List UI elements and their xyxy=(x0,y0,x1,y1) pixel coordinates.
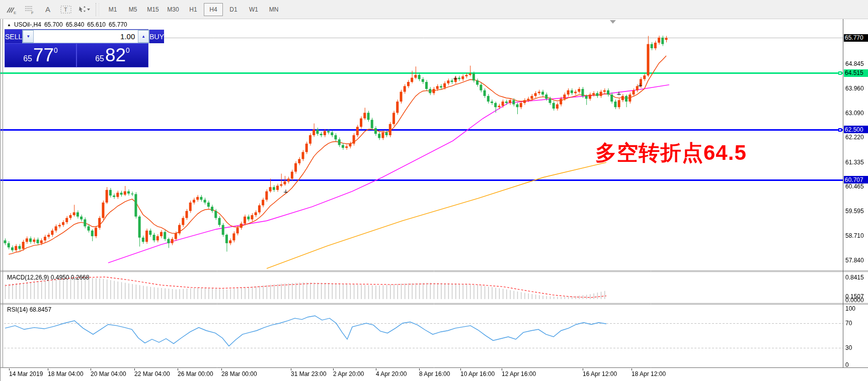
buy-button[interactable]: BUY xyxy=(149,30,164,43)
mt4-terminal: E F A T xyxy=(0,0,868,381)
time-label: 26 Mar 00:00 xyxy=(178,370,213,377)
toolbar-icon-group: E F A T xyxy=(0,3,92,16)
time-label: 12 Apr 16:00 xyxy=(502,370,536,377)
price-badge-60.707: 60.707 xyxy=(844,176,868,183)
sell-price-display[interactable]: 65 77 0 xyxy=(5,44,76,67)
buy-price-small: 65 xyxy=(95,54,104,67)
price-tick-63.090: 63.090 xyxy=(845,110,864,117)
svg-text:F: F xyxy=(31,11,34,15)
price-tick-60.465: 60.465 xyxy=(845,183,864,190)
top-toolbar: E F A T xyxy=(0,0,868,19)
time-label: 4 Apr 20:00 xyxy=(376,370,407,377)
macd-title: MACD(12,26,9) 0.4950 0.2668 xyxy=(7,274,89,281)
time-label: 22 Mar 04:00 xyxy=(134,370,170,377)
buy-price-sup: 0 xyxy=(126,44,130,54)
timeframe-button-h1[interactable]: H1 xyxy=(184,3,203,16)
sell-price-small: 65 xyxy=(23,54,32,67)
cursor-tools-icon[interactable] xyxy=(76,3,92,16)
time-label: 8 Apr 16:00 xyxy=(419,370,450,377)
ohlc-low: 65.610 xyxy=(87,21,106,28)
time-label: 16 Apr 12:00 xyxy=(583,370,617,377)
time-label: 18 Mar 04:00 xyxy=(48,370,84,377)
expert-advisor-chart-icon[interactable]: E xyxy=(4,3,19,16)
rsi-label-100: 100 xyxy=(845,305,855,312)
ohlc-open: 65.700 xyxy=(44,21,63,28)
volume-increase-button[interactable]: ▲ xyxy=(138,30,149,43)
rsi-title: RSI(14) 68.8457 xyxy=(7,306,51,313)
macd-label-0.8415: 0.8415 xyxy=(845,274,864,281)
symbol-arrow-icon: ▲ xyxy=(7,23,11,27)
timeframe-toolbar: M1M5M15M30H1H4D1W1MN xyxy=(103,3,283,16)
svg-text:E: E xyxy=(14,11,16,15)
time-label: 20 Mar 04:00 xyxy=(91,370,126,377)
one-click-trading-panel: SELL ▼ ▲ BUY 65 77 0 65 82 0 xyxy=(5,29,148,67)
price-tick-64.845: 64.845 xyxy=(845,60,864,67)
price-tick-58.710: 58.710 xyxy=(845,232,864,239)
timeframe-button-m15[interactable]: M15 xyxy=(143,3,163,16)
price-badge-64.515: 64.515 xyxy=(844,69,868,77)
time-label: 28 Mar 00:00 xyxy=(221,370,257,377)
chart-shift-marker[interactable] xyxy=(610,20,616,24)
timeframe-button-m5[interactable]: M5 xyxy=(123,3,142,16)
volume-decrease-button[interactable]: ▼ xyxy=(23,30,34,43)
text-label-icon[interactable]: A xyxy=(40,3,55,16)
timeframe-button-m1[interactable]: M1 xyxy=(103,3,122,16)
time-label: 31 Mar 23:00 xyxy=(291,370,327,377)
timeframe-button-m30[interactable]: M30 xyxy=(164,3,183,16)
svg-text:T: T xyxy=(64,7,67,13)
sell-price-big: 77 xyxy=(33,44,54,66)
price-tick-59.595: 59.595 xyxy=(845,208,864,215)
timeframe-button-mn[interactable]: MN xyxy=(264,3,283,16)
price-tick-62.220: 62.220 xyxy=(845,134,864,141)
buy-price-display[interactable]: 65 82 0 xyxy=(76,44,148,67)
ohlc-high: 65.840 xyxy=(66,21,85,28)
volume-stepper: ▼ ▲ xyxy=(22,30,149,43)
toolbar-separator xyxy=(96,3,99,16)
time-label: 14 Mar 2019 xyxy=(9,370,43,377)
rsi-label-0: 0 xyxy=(845,361,849,368)
sell-button[interactable]: SELL xyxy=(5,30,22,43)
sell-price-sup: 0 xyxy=(54,44,58,54)
price-tick-63.960: 63.960 xyxy=(845,85,864,92)
time-label: 10 Apr 16:00 xyxy=(460,370,495,377)
price-badge-62.500: 62.500 xyxy=(844,126,868,133)
buy-price-big: 82 xyxy=(105,44,126,66)
macd-label-0.0000: 0.0000 xyxy=(845,297,864,304)
price-badge-65.770: 65.770 xyxy=(844,34,868,42)
timeframe-button-h4[interactable]: H4 xyxy=(204,3,223,16)
timeframe-button-w1[interactable]: W1 xyxy=(244,3,263,16)
time-label: 2 Apr 20:00 xyxy=(333,370,364,377)
chart-annotation: 多空转折点64.5 xyxy=(595,139,747,167)
ohlc-close: 65.770 xyxy=(109,21,127,28)
symbol-name: USOil-,H4 xyxy=(14,21,41,28)
rsi-label-70: 70 xyxy=(845,320,852,327)
indicator-grid-icon[interactable]: F xyxy=(22,3,37,16)
rsi-label-30: 30 xyxy=(845,344,852,351)
volume-input[interactable] xyxy=(34,30,138,43)
price-tick-61.335: 61.335 xyxy=(845,159,864,166)
text-box-icon[interactable]: T xyxy=(58,3,73,16)
price-tick-57.840: 57.840 xyxy=(845,257,864,264)
timeframe-button-d1[interactable]: D1 xyxy=(224,3,243,16)
time-label: 18 Apr 12:00 xyxy=(632,370,666,377)
symbol-header: ▲ USOil-,H4 65.700 65.840 65.610 65.770 xyxy=(7,21,127,28)
